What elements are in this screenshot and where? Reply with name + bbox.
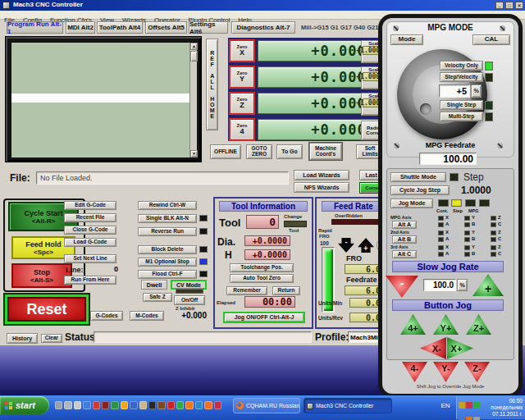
- tab-toolpath[interactable]: ToolPath Alt4: [97, 21, 143, 34]
- close-gcode-button[interactable]: Close G-Code: [64, 226, 116, 235]
- jog-on-off-button[interactable]: Jog ON/OFF Ctrl-Alt-J: [223, 312, 305, 323]
- auto-tool-zero-button[interactable]: Auto Tool Zero: [230, 274, 294, 283]
- quick-launch-icon[interactable]: [93, 401, 100, 409]
- mpg-feedrate-field[interactable]: 100.00: [419, 153, 477, 165]
- quick-launch-icon[interactable]: [139, 401, 147, 409]
- mpg-axis-alt-c-button[interactable]: Alt C: [392, 250, 417, 258]
- mcodes-button[interactable]: M-Codes: [130, 311, 164, 321]
- tab-mdi[interactable]: MDI Alt2: [66, 21, 95, 34]
- slow-jog-percent-button[interactable]: %: [457, 279, 468, 291]
- run-from-here-button[interactable]: Run From Here: [64, 276, 116, 285]
- file-field[interactable]: No File Loaded.: [36, 171, 289, 185]
- nfs-wizards-button[interactable]: NFS Wizards: [294, 182, 349, 193]
- single-blk-button[interactable]: Single BLK Alt-N: [138, 214, 197, 223]
- slow-jog-rate-field[interactable]: 100.0: [423, 279, 456, 291]
- quick-launch-icon[interactable]: [195, 401, 203, 409]
- mpg-mode-button[interactable]: Mode: [390, 34, 423, 45]
- quick-launch-icon[interactable]: [148, 401, 156, 409]
- task-button-cqham[interactable]: CQHAM.RU Russian h...: [233, 398, 300, 413]
- reset-button[interactable]: Reset: [5, 294, 89, 324]
- quick-launch-icon[interactable]: [130, 401, 137, 409]
- mpg-axis-alt-b-button[interactable]: Alt B: [392, 235, 417, 244]
- m1-optional-stop-button[interactable]: M1 Optional Stop: [138, 258, 197, 267]
- scrollbar-down-icon[interactable]: ▼: [190, 150, 198, 158]
- fro-decrease-arrow-icon[interactable]: -: [338, 238, 354, 253]
- quick-launch-icon[interactable]: [185, 401, 193, 409]
- multi-step-button[interactable]: Multi-Step: [440, 112, 483, 121]
- safe-z-button[interactable]: Safe Z: [143, 293, 172, 302]
- tray-icon[interactable]: [466, 402, 472, 409]
- scrollbar-up-icon[interactable]: ▲: [190, 43, 198, 50]
- clear-button[interactable]: Clear: [41, 334, 62, 343]
- mpg-cal-button[interactable]: CAL: [472, 34, 510, 45]
- ref-all-home-button[interactable]: REF ALL HOME: [206, 39, 218, 130]
- language-indicator[interactable]: EN: [438, 399, 453, 412]
- fro-increase-arrow-icon[interactable]: +: [358, 238, 374, 253]
- quick-launch-icon[interactable]: [121, 401, 128, 409]
- return-button[interactable]: Return: [272, 286, 300, 295]
- machine-coords-button[interactable]: Machine Coord's: [309, 143, 342, 160]
- dia-value[interactable]: +0.0000: [244, 235, 290, 246]
- step-size-field[interactable]: +5: [439, 84, 470, 98]
- tool-number-value[interactable]: 0: [246, 215, 279, 229]
- quick-launch-icon[interactable]: [204, 401, 212, 409]
- quick-launch-icon[interactable]: [64, 401, 71, 409]
- tray-icon[interactable]: [459, 417, 465, 420]
- jog-y-minus-button[interactable]: Y-: [433, 362, 459, 382]
- jog-4-minus-button[interactable]: 4-: [402, 362, 427, 382]
- quick-launch-icon[interactable]: [214, 401, 221, 409]
- task-button-mach3[interactable]: Mach3 CNC Controller: [304, 398, 392, 413]
- block-delete-button[interactable]: Block Delete: [138, 245, 197, 254]
- shuttle-mode-button[interactable]: Shuttle Mode: [390, 172, 446, 182]
- minimize-button[interactable]: _: [495, 2, 504, 9]
- zero-y-button[interactable]: Zero Y: [230, 66, 254, 88]
- zero-x-button[interactable]: Zero X: [230, 40, 254, 62]
- feedrate-value[interactable]: 6.00: [345, 285, 384, 295]
- gcode-list[interactable]: [11, 43, 189, 158]
- history-button[interactable]: History: [7, 333, 38, 344]
- load-wizards-button[interactable]: Load Wizards: [294, 170, 349, 180]
- mpg-axis-alt-a-button[interactable]: Alt A: [392, 221, 417, 229]
- set-next-line-button[interactable]: Set Next Line: [64, 254, 116, 263]
- quick-launch-icon[interactable]: [167, 401, 175, 409]
- toolchange-pos-button[interactable]: Toolchange Pos.: [230, 263, 294, 272]
- maximize-button[interactable]: □: [505, 2, 514, 9]
- offline-button[interactable]: OFFLINE: [210, 144, 241, 159]
- tray-icon[interactable]: [459, 402, 465, 409]
- scrollbar-thumb[interactable]: [190, 51, 198, 62]
- start-button[interactable]: start: [0, 396, 49, 414]
- step-size-percent-button[interactable]: %: [471, 84, 482, 98]
- single-step-button[interactable]: Single Step: [440, 100, 483, 110]
- velocity-only-button[interactable]: Velocity Only: [440, 61, 483, 71]
- quick-launch-icon[interactable]: [176, 401, 184, 409]
- safe-z-on-off-button[interactable]: On/Off: [174, 295, 205, 305]
- tab-settings[interactable]: Settings Alt6: [189, 21, 228, 34]
- fro-value[interactable]: 6.00: [345, 264, 384, 274]
- quick-launch-icon[interactable]: [158, 401, 165, 409]
- quick-launch-icon[interactable]: [111, 401, 118, 409]
- line-value-field[interactable]: 0: [85, 264, 118, 273]
- cycle-jog-step-value[interactable]: 1.0000: [461, 185, 491, 196]
- reverse-run-button[interactable]: Reverse Run: [138, 227, 197, 236]
- quick-launch-icon[interactable]: [102, 401, 109, 409]
- goto-zero-button[interactable]: GOTO ZERO: [246, 144, 272, 159]
- stop-button[interactable]: Stop <Alt-S>: [11, 263, 72, 288]
- close-button[interactable]: ✕: [515, 2, 523, 9]
- jog-mode-button[interactable]: Jog Mode: [390, 199, 433, 208]
- quick-launch-icon[interactable]: [74, 401, 81, 409]
- to-go-button[interactable]: To Go: [276, 144, 303, 159]
- gcode-scrollbar[interactable]: ▲ ▼: [189, 43, 197, 158]
- quick-launch-icon[interactable]: [55, 401, 62, 409]
- edit-gcode-button[interactable]: Edit G-Code: [64, 201, 116, 210]
- tray-icon[interactable]: [466, 417, 472, 420]
- gcodes-button[interactable]: G-Codes: [90, 311, 123, 321]
- zero-z-button[interactable]: Zero Z: [230, 93, 254, 114]
- h-value[interactable]: +0.0000: [244, 249, 290, 260]
- recent-file-button[interactable]: Recent File: [64, 213, 116, 222]
- load-gcode-button[interactable]: Load G-Code: [64, 238, 116, 247]
- tray-icon[interactable]: [473, 402, 480, 409]
- flood-button[interactable]: Flood Ctrl-F: [138, 270, 197, 279]
- tab-diagnostics[interactable]: Diagnostics Alt-7: [231, 21, 295, 34]
- tab-program-run[interactable]: Program Run Alt-1: [7, 21, 63, 34]
- soft-limits-button[interactable]: Soft Limits: [356, 144, 384, 159]
